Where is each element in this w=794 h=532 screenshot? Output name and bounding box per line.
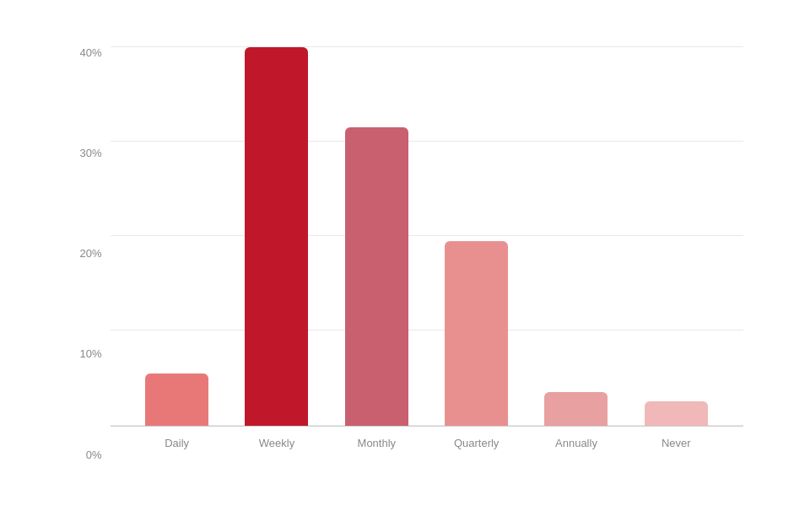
bar-quarterly bbox=[445, 241, 508, 426]
bar-group-weekly bbox=[227, 47, 327, 426]
bar-group-monthly bbox=[327, 47, 426, 426]
y-axis: 40% 30% 20% 10% 0% bbox=[68, 47, 111, 460]
bar-group-daily bbox=[127, 47, 227, 426]
bar-group-annually bbox=[527, 47, 626, 426]
x-label-monthly: Monthly bbox=[327, 437, 426, 449]
x-label-quarterly: Quarterly bbox=[426, 437, 526, 449]
y-label-0: 0% bbox=[86, 449, 102, 460]
chart-container: 40% 30% 20% 10% 0% bbox=[18, 22, 777, 511]
y-label-30: 30% bbox=[79, 148, 101, 159]
plot-area bbox=[111, 47, 743, 427]
bar-annually bbox=[544, 392, 608, 425]
y-label-20: 20% bbox=[79, 248, 101, 259]
bar-group-never bbox=[626, 47, 726, 426]
bar-daily bbox=[145, 373, 208, 426]
bars-row bbox=[111, 47, 743, 426]
bar-never bbox=[645, 401, 708, 425]
x-label-daily: Daily bbox=[127, 437, 227, 449]
chart-area: 40% 30% 20% 10% 0% bbox=[68, 47, 743, 460]
x-labels: Daily Weekly Monthly Quarterly Annually … bbox=[111, 427, 743, 460]
bar-monthly bbox=[345, 127, 408, 426]
y-label-40: 40% bbox=[79, 47, 101, 58]
y-label-10: 10% bbox=[79, 348, 101, 359]
x-label-never: Never bbox=[626, 437, 726, 449]
bar-weekly bbox=[245, 47, 308, 426]
x-label-annually: Annually bbox=[527, 437, 626, 449]
x-label-weekly: Weekly bbox=[227, 437, 327, 449]
bar-group-quarterly bbox=[426, 47, 526, 426]
